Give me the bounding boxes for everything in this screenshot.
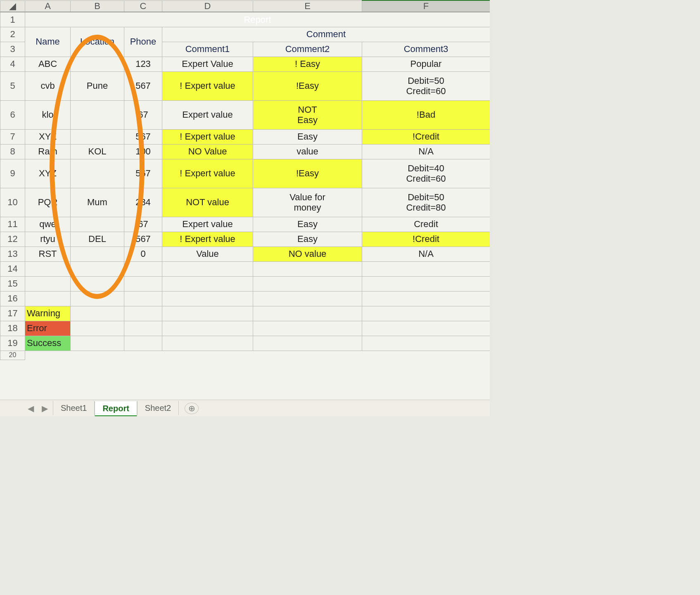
cell[interactable] bbox=[162, 261, 253, 276]
col-header-B[interactable]: B bbox=[71, 0, 124, 12]
cell-phone[interactable]: 67 bbox=[124, 100, 162, 129]
table-row[interactable]: 5cvbPune567! Expert value!EasyDebit=50 C… bbox=[0, 71, 490, 100]
cell[interactable] bbox=[124, 276, 162, 291]
header-comment[interactable]: Comment bbox=[162, 27, 490, 42]
cell-phone[interactable]: 567 bbox=[124, 159, 162, 188]
cell[interactable] bbox=[362, 291, 490, 306]
cell[interactable] bbox=[71, 291, 124, 306]
cell[interactable] bbox=[253, 306, 362, 321]
cell[interactable] bbox=[71, 306, 124, 321]
row-header[interactable]: 4 bbox=[0, 57, 25, 71]
cell-name[interactable]: XYZ bbox=[25, 129, 71, 144]
row-header[interactable]: 6 bbox=[0, 100, 25, 129]
row-2[interactable]: 2 Name Location Phone Comment bbox=[0, 27, 490, 42]
cell[interactable] bbox=[124, 291, 162, 306]
legend-cell[interactable]: Warning bbox=[25, 306, 71, 321]
header-phone[interactable]: Phone bbox=[124, 27, 162, 57]
cell-comment1[interactable]: ! Expert value bbox=[162, 129, 253, 144]
table-row[interactable]: 9XYZ567! Expert value!EasyDebit=40 Credi… bbox=[0, 159, 490, 188]
cell[interactable] bbox=[71, 321, 124, 336]
cell[interactable] bbox=[71, 261, 124, 276]
cell-comment1[interactable]: ! Expert value bbox=[162, 159, 253, 188]
cell[interactable] bbox=[124, 321, 162, 336]
cell[interactable] bbox=[124, 306, 162, 321]
cell-comment1[interactable]: Expert Value bbox=[162, 57, 253, 71]
table-row[interactable]: 16 bbox=[0, 291, 490, 306]
row-header[interactable]: 15 bbox=[0, 276, 25, 291]
cell-location[interactable] bbox=[71, 57, 124, 71]
cell-comment2[interactable]: value bbox=[253, 144, 362, 159]
row-header[interactable]: 20 bbox=[0, 351, 25, 360]
row-header[interactable]: 10 bbox=[0, 188, 25, 217]
header-comment3[interactable]: Comment3 bbox=[362, 42, 490, 57]
row-20[interactable]: 20 bbox=[0, 351, 490, 360]
cell[interactable] bbox=[162, 291, 253, 306]
row-header[interactable]: 12 bbox=[0, 232, 25, 247]
col-header-D[interactable]: D bbox=[162, 0, 253, 12]
cell-location[interactable] bbox=[71, 159, 124, 188]
column-header-row[interactable]: ◢ A B C D E F bbox=[0, 0, 490, 12]
cell[interactable] bbox=[124, 261, 162, 276]
row-1[interactable]: 1 Report bbox=[0, 12, 490, 27]
cell-name[interactable]: PQR bbox=[25, 188, 71, 217]
table-row[interactable]: 10PQRMum234NOT valueValue for moneyDebit… bbox=[0, 188, 490, 217]
cell-comment2[interactable]: Easy bbox=[253, 129, 362, 144]
cell[interactable] bbox=[71, 336, 124, 351]
cell-location[interactable]: Mum bbox=[71, 188, 124, 217]
row-header[interactable]: 9 bbox=[0, 159, 25, 188]
cell-comment1[interactable]: Value bbox=[162, 247, 253, 261]
cell-name[interactable]: qwe bbox=[25, 217, 71, 232]
cell[interactable] bbox=[253, 276, 362, 291]
row-header[interactable]: 16 bbox=[0, 291, 25, 306]
cell[interactable] bbox=[362, 261, 490, 276]
tab-nav-next[interactable]: ▶ bbox=[39, 403, 50, 414]
cell-location[interactable]: DEL bbox=[71, 232, 124, 247]
cell[interactable] bbox=[253, 321, 362, 336]
cell-name[interactable]: cvb bbox=[25, 71, 71, 100]
cell-comment2[interactable]: !Easy bbox=[253, 71, 362, 100]
cell[interactable] bbox=[25, 276, 71, 291]
sheet-tab[interactable]: Sheet2 bbox=[137, 401, 179, 415]
col-header-C[interactable]: C bbox=[124, 0, 162, 12]
cell-comment3[interactable]: Debit=40 Credit=60 bbox=[362, 159, 490, 188]
cell-comment3[interactable]: !Credit bbox=[362, 232, 490, 247]
cell-comment3[interactable]: N/A bbox=[362, 144, 490, 159]
cell[interactable] bbox=[253, 261, 362, 276]
cell-comment1[interactable]: ! Expert value bbox=[162, 71, 253, 100]
legend-row[interactable]: 19Success bbox=[0, 336, 490, 351]
cell-name[interactable]: klo bbox=[25, 100, 71, 129]
cell-phone[interactable]: 67 bbox=[124, 217, 162, 232]
row-header[interactable]: 5 bbox=[0, 71, 25, 100]
cell-comment3[interactable]: Debit=50 Credit=80 bbox=[362, 188, 490, 217]
row-header[interactable]: 17 bbox=[0, 306, 25, 321]
cell-comment2[interactable]: !Easy bbox=[253, 159, 362, 188]
cell[interactable] bbox=[162, 306, 253, 321]
legend-row[interactable]: 18Error bbox=[0, 321, 490, 336]
cell[interactable] bbox=[162, 276, 253, 291]
cell-comment3[interactable]: !Bad bbox=[362, 100, 490, 129]
cell-comment3[interactable]: Credit bbox=[362, 217, 490, 232]
cell[interactable] bbox=[253, 336, 362, 351]
cell-name[interactable]: Ram bbox=[25, 144, 71, 159]
header-comment2[interactable]: Comment2 bbox=[253, 42, 362, 57]
cell-comment2[interactable]: Easy bbox=[253, 217, 362, 232]
row-header[interactable]: 8 bbox=[0, 144, 25, 159]
cell[interactable] bbox=[362, 336, 490, 351]
row-header[interactable]: 14 bbox=[0, 261, 25, 276]
cell-comment2[interactable]: Value for money bbox=[253, 188, 362, 217]
cell[interactable] bbox=[25, 351, 490, 360]
cell[interactable] bbox=[71, 276, 124, 291]
sheet-tab[interactable]: Report bbox=[95, 401, 137, 416]
cell[interactable] bbox=[362, 306, 490, 321]
cell-name[interactable]: XYZ bbox=[25, 159, 71, 188]
cell[interactable] bbox=[162, 321, 253, 336]
cell-phone[interactable]: 0 bbox=[124, 247, 162, 261]
table-row[interactable]: 7XYZ567! Expert valueEasy!Credit bbox=[0, 129, 490, 144]
cell-location[interactable] bbox=[71, 129, 124, 144]
cell-comment2[interactable]: NO value bbox=[253, 247, 362, 261]
cell[interactable] bbox=[253, 291, 362, 306]
col-header-E[interactable]: E bbox=[253, 0, 362, 12]
header-location[interactable]: Location bbox=[71, 27, 124, 57]
cell-location[interactable] bbox=[71, 217, 124, 232]
col-header-A[interactable]: A bbox=[25, 0, 71, 12]
